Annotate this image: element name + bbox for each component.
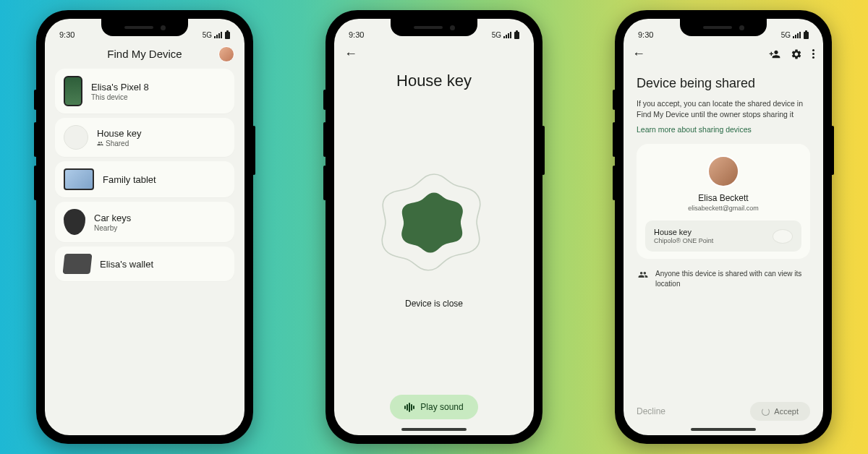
learn-more-link[interactable]: Learn more about sharing devices (637, 125, 810, 134)
phone-thumb-icon (64, 76, 82, 106)
home-indicator (401, 428, 467, 431)
group-icon (638, 270, 648, 280)
sound-icon (404, 403, 414, 412)
share-card: Elisa Beckett elisabeckett@gmail.com Hou… (637, 144, 810, 259)
profile-avatar[interactable] (218, 46, 234, 62)
share-notice: Anyone this device is shared with can vi… (637, 269, 810, 289)
screen-device-list: 9:30 5G Find My Device Elisa's Pixel 8 T… (45, 19, 244, 435)
network-label: 5G (203, 31, 212, 39)
device-name: Elisa's wallet (100, 259, 153, 270)
status-right: 5G (781, 31, 809, 39)
device-sub: Nearby (94, 224, 131, 232)
status-right: 5G (492, 31, 519, 39)
device-name: Family tablet (103, 174, 156, 185)
phone-mockup-2: 9:30 5G ← House key Device is close (326, 10, 542, 444)
app-header: Find My Device (45, 40, 244, 69)
phone-notch (391, 19, 477, 36)
play-sound-label: Play sound (420, 402, 463, 412)
more-menu-icon[interactable] (812, 49, 814, 59)
accept-label: Accept (774, 407, 799, 416)
device-name: House key (97, 128, 141, 139)
keytag-thumb-icon (64, 209, 85, 235)
device-row-pixel[interactable]: Elisa's Pixel 8 This device (55, 69, 234, 113)
device-row-tablet[interactable]: Family tablet (55, 161, 234, 197)
signal-icon (503, 32, 511, 38)
tablet-thumb-icon (64, 168, 94, 190)
proximity-indicator: Device is close (334, 90, 534, 383)
play-sound-button[interactable]: Play sound (390, 395, 477, 419)
device-sub: Shared (97, 140, 141, 147)
device-row-carkeys[interactable]: Car keys Nearby (55, 202, 234, 242)
settings-gear-icon[interactable] (791, 48, 802, 60)
owner-name: Elisa Beckett (698, 193, 748, 203)
decline-button[interactable]: Decline (637, 406, 665, 416)
wallet-thumb-icon (63, 254, 93, 274)
tag-thumb-icon (64, 125, 88, 150)
network-label: 5G (492, 31, 501, 39)
add-person-icon[interactable] (769, 48, 780, 60)
owner-email: elisabeckett@gmail.com (688, 205, 759, 212)
proximity-status: Device is close (405, 299, 463, 309)
screen-find-device: 9:30 5G ← House key Device is close (334, 19, 534, 435)
signal-icon (214, 32, 222, 38)
detail-header: ← (334, 40, 534, 67)
app-title: Find My Device (107, 48, 182, 60)
shared-device-row: House key Chipolo® ONE Point (645, 220, 801, 252)
shared-device-name: House key (654, 228, 713, 236)
status-right: 5G (203, 31, 230, 39)
device-row-wallet[interactable]: Elisa's wallet (55, 247, 234, 281)
battery-icon (514, 32, 519, 39)
share-notice-text: Anyone this device is shared with can vi… (655, 269, 809, 289)
loading-spinner-icon (762, 408, 770, 416)
shared-device-model: Chipolo® ONE Point (654, 237, 713, 244)
clock: 9:30 (59, 30, 75, 39)
share-header: ← (624, 40, 823, 67)
owner-avatar (707, 155, 739, 187)
device-sub: This device (91, 93, 149, 101)
battery-icon (225, 32, 230, 39)
tracker-thumb-icon (773, 229, 793, 244)
device-row-housekey[interactable]: House key Shared (55, 118, 234, 157)
network-label: 5G (781, 31, 791, 39)
home-indicator (691, 428, 756, 431)
shared-icon (97, 140, 103, 147)
proximity-blob-icon (398, 187, 470, 260)
clock: 9:30 (349, 30, 364, 39)
device-name: Car keys (94, 213, 131, 223)
phone-notch (680, 19, 767, 36)
screen-share-accept: 9:30 5G ← Device being shared If you acc… (624, 19, 823, 435)
device-detail-title: House key (334, 72, 534, 90)
share-description: If you accept, you can locate the shared… (637, 98, 810, 119)
phone-mockup-3: 9:30 5G ← Device being shared If you acc… (615, 10, 832, 444)
device-list: Elisa's Pixel 8 This device House key Sh… (45, 69, 244, 281)
accept-button[interactable]: Accept (750, 402, 810, 421)
battery-icon (804, 32, 809, 39)
back-arrow-icon[interactable]: ← (632, 46, 645, 61)
signal-icon (793, 32, 801, 38)
phone-notch (101, 19, 188, 36)
clock: 9:30 (638, 30, 653, 39)
share-title: Device being shared (637, 76, 810, 91)
phone-mockup-1: 9:30 5G Find My Device Elisa's Pixel 8 T… (36, 10, 253, 444)
device-name: Elisa's Pixel 8 (91, 82, 149, 93)
back-arrow-icon[interactable]: ← (344, 46, 357, 61)
